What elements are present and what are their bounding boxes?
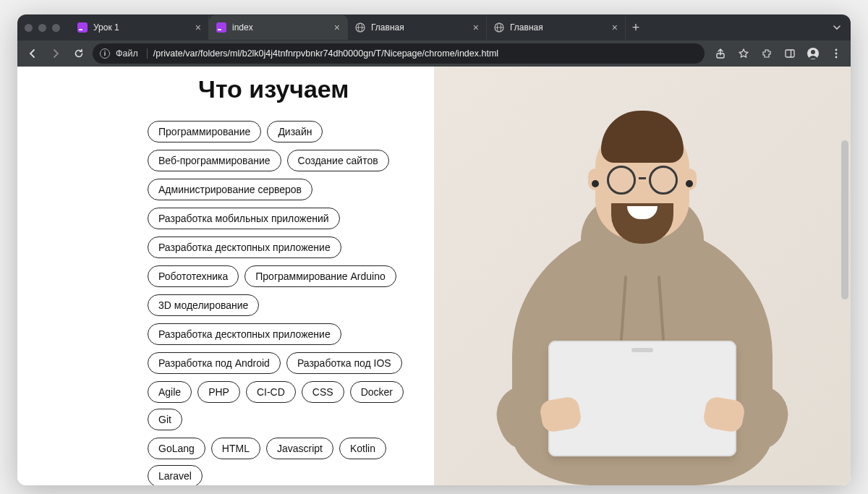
tab-3[interactable]: Главная ×	[487, 15, 626, 40]
tag[interactable]: Laravel	[148, 465, 203, 485]
tag[interactable]: CI-CD	[246, 381, 296, 403]
close-icon[interactable]: ×	[334, 22, 340, 33]
svg-rect-2	[216, 22, 226, 33]
url-scheme-label: Файл	[116, 48, 141, 59]
tag[interactable]: Разработка под Android	[148, 352, 281, 374]
svg-rect-0	[77, 22, 88, 33]
tag[interactable]: Администрирование серверов	[148, 179, 312, 200]
tag-row: Веб-программированиеСоздание сайтов	[148, 150, 420, 171]
window-max-dot[interactable]	[52, 24, 60, 32]
tag[interactable]: Программирование	[148, 121, 261, 142]
forward-button[interactable]	[46, 44, 65, 63]
separator	[147, 48, 148, 59]
site-info-icon[interactable]: i	[100, 48, 110, 59]
scrollbar-thumb[interactable]	[841, 140, 848, 299]
tag-row: Разработка под AndroidРазработка под IOS	[148, 352, 420, 374]
tag-row: GoLangHTMLJavascriptKotlinLaravel	[148, 438, 420, 485]
browser-toolbar: i Файл /private/var/folders/ml/b2lk0j4j4…	[17, 41, 851, 67]
extensions-icon[interactable]	[758, 45, 775, 62]
tag-row: 3D моделирование	[148, 294, 420, 316]
svg-rect-11	[786, 50, 794, 57]
toolbar-right	[709, 45, 845, 62]
page-viewport: Что изучаем ПрограммированиеДизайнВеб-пр…	[17, 67, 851, 485]
window-close-dot[interactable]	[25, 24, 33, 32]
window-controls[interactable]	[25, 24, 60, 32]
side-panel-icon[interactable]	[781, 45, 799, 62]
svg-point-14	[811, 50, 815, 54]
content-left: Что изучаем ПрограммированиеДизайнВеб-пр…	[17, 67, 434, 485]
svg-point-17	[835, 56, 838, 59]
person-illustration	[487, 109, 798, 485]
tag[interactable]: HTML	[211, 438, 260, 459]
tab-title: Главная	[371, 22, 467, 33]
tag[interactable]: Создание сайтов	[287, 150, 389, 171]
menu-icon[interactable]	[827, 45, 845, 62]
tab-strip: Урок 1 × index × Главная × Главная × +	[17, 14, 851, 41]
tag[interactable]: CSS	[302, 381, 344, 403]
tag-row: Разработка десктопных приложение	[148, 237, 420, 258]
tag[interactable]: Разработка десктопных приложение	[148, 237, 341, 258]
svg-point-15	[835, 49, 838, 51]
svg-point-16	[835, 53, 838, 55]
reload-button[interactable]	[69, 44, 88, 63]
close-icon[interactable]: ×	[612, 22, 618, 33]
tag[interactable]: Веб-программирование	[148, 150, 281, 171]
favicon-ij-icon	[216, 22, 226, 33]
close-icon[interactable]: ×	[195, 22, 201, 33]
tag[interactable]: Дизайн	[267, 121, 323, 142]
tab-1[interactable]: index ×	[209, 15, 348, 40]
tag[interactable]: Git	[148, 409, 182, 430]
page-heading: Что изучаем	[198, 75, 420, 103]
tag[interactable]: Робототехника	[148, 265, 239, 287]
svg-rect-3	[218, 29, 221, 30]
tag[interactable]: Kotlin	[339, 438, 386, 459]
tag-row: ПрограммированиеДизайн	[148, 121, 420, 142]
back-button[interactable]	[23, 44, 42, 63]
tag[interactable]: GoLang	[148, 438, 205, 459]
globe-icon	[355, 22, 365, 33]
address-bar[interactable]: i Файл /private/var/folders/ml/b2lk0j4j4…	[93, 43, 705, 64]
bookmark-star-icon[interactable]	[735, 45, 752, 62]
tag[interactable]: Разработка десктопных приложение	[148, 323, 341, 345]
share-icon[interactable]	[712, 45, 729, 62]
tag[interactable]: 3D моделирование	[148, 294, 259, 316]
tag-row: Разработка мобильных приложений	[148, 208, 420, 229]
browser-window: Урок 1 × index × Главная × Главная × +	[17, 14, 851, 485]
tab-0[interactable]: Урок 1 ×	[70, 15, 209, 40]
favicon-ij-icon	[77, 22, 88, 33]
tag[interactable]: Разработка мобильных приложений	[148, 208, 340, 229]
hero-image	[434, 67, 851, 485]
globe-icon	[494, 22, 504, 33]
tag[interactable]: PHP	[197, 381, 240, 403]
tag[interactable]: Docker	[350, 381, 404, 403]
new-tab-button[interactable]: +	[626, 20, 646, 35]
tag[interactable]: Разработка под IOS	[286, 352, 402, 374]
tag[interactable]: Agile	[148, 381, 192, 403]
tag-row: AgilePHPCI-CDCSSDockerGit	[148, 381, 420, 430]
laptop-icon	[548, 341, 736, 456]
tag-row: РобототехникаПрограммирование Arduino	[148, 265, 420, 287]
window-min-dot[interactable]	[38, 24, 46, 32]
tab-title: Главная	[510, 22, 606, 33]
tag-row: Разработка десктопных приложение	[148, 323, 420, 345]
svg-rect-1	[79, 29, 82, 30]
tabs-dropdown-button[interactable]	[832, 22, 851, 33]
profile-icon[interactable]	[804, 45, 822, 62]
url-path: /private/var/folders/ml/b2lk0j4j4tnfnrpv…	[153, 48, 498, 59]
vertical-scrollbar[interactable]	[841, 119, 849, 482]
tab-title: Урок 1	[93, 22, 190, 33]
tag[interactable]: Программирование Arduino	[244, 265, 396, 287]
tab-2[interactable]: Главная ×	[348, 15, 487, 40]
tab-title: index	[232, 22, 328, 33]
tag[interactable]: Javascript	[266, 438, 333, 459]
tag-row: Администрирование серверов	[148, 179, 420, 200]
tag-list: ПрограммированиеДизайнВеб-программирован…	[148, 121, 420, 485]
close-icon[interactable]: ×	[473, 22, 479, 33]
